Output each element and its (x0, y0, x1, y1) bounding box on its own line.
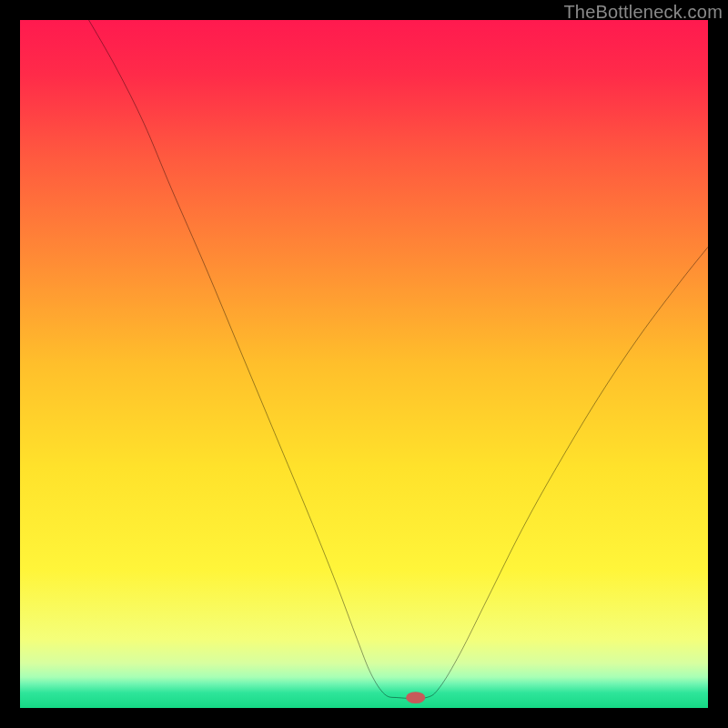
bottleneck-chart (20, 20, 708, 708)
gradient-rect (20, 20, 708, 708)
plot-area (20, 20, 708, 708)
chart-stage: TheBottleneck.com (0, 0, 728, 728)
watermark-label: TheBottleneck.com (563, 2, 723, 23)
optimal-marker (406, 692, 425, 703)
